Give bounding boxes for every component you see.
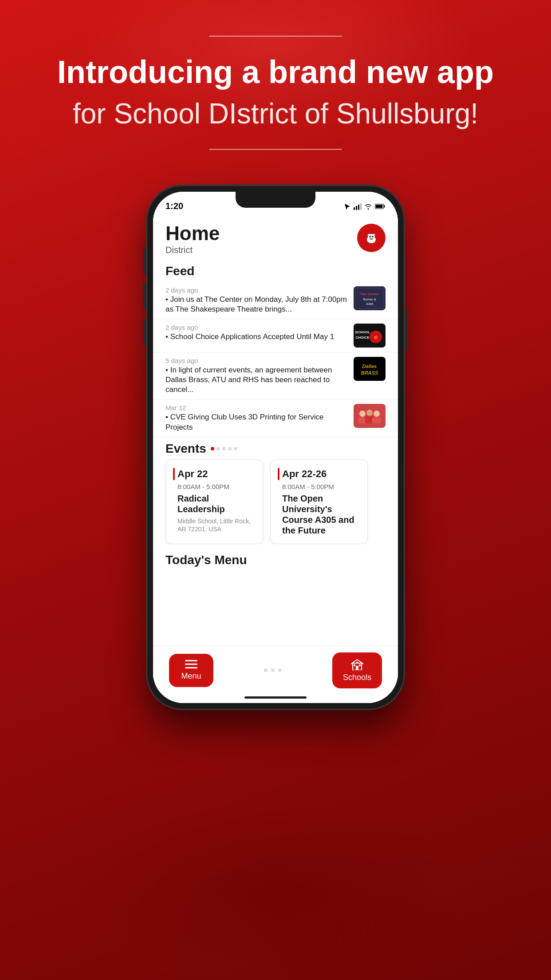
dot-4 [234,447,237,450]
feed-body: • Join us at The Center on Monday, July … [165,295,347,314]
svg-rect-37 [356,666,358,670]
app-header: Home District [153,215,398,261]
feed-thumbnail-cve [354,404,386,428]
feed-timestamp: 2 days ago [165,286,347,294]
svg-point-29 [374,411,380,417]
nav-dot-1 [264,668,268,672]
header-section: Introducing a brand new app for School D… [0,0,551,168]
event-card-2[interactable]: Apr 22-26 8:00AM - 5:00PM The Open Unive… [270,459,368,544]
event-date: Apr 22-26 [282,468,327,480]
svg-text:SCHOOL: SCHOOL [355,330,370,334]
svg-rect-33 [185,660,197,661]
event-date-bar [278,468,279,480]
svg-rect-38 [354,664,355,666]
feed-item-text: 2 days ago • School Choice Applications … [165,324,347,342]
header-subtitle: for School DIstrict of Shullsburg! [35,97,516,131]
event-name: Radical Leadership [177,493,256,514]
phone-outer-frame: 1:20 [147,186,404,709]
mascot-icon [362,228,381,248]
nav-dot-3 [278,668,282,672]
svg-point-40 [356,661,358,663]
feed-item[interactable]: 2 days ago • School Choice Applications … [153,319,398,352]
event-date-badge: Apr 22-26 [278,468,360,480]
schools-icon [351,659,363,670]
dot-2 [222,447,226,450]
nav-dot-2 [271,668,275,672]
divider-bottom [209,149,342,150]
feed-item[interactable]: 2 days ago • Join us at The Center on Mo… [153,282,398,319]
dot-3 [228,447,232,450]
phone-notch [236,192,315,208]
svg-text:The Center: The Center [360,292,379,296]
app-home-title: Home [165,224,220,243]
feed-item-text: 5 days ago • In light of current events,… [165,357,347,395]
dot-1 [216,447,220,450]
svg-rect-1 [356,206,357,210]
events-cards: Apr 22 8:00AM - 5:00PM Radical Leadershi… [153,459,398,544]
feed-thumbnail-dallas-brass: Dallas BRASS [354,357,386,381]
event-location: Middle School, Little Rock, AR 72201, US… [177,517,256,533]
bottom-spacer [153,699,398,703]
phone-screen: 1:20 [153,192,398,703]
svg-point-11 [372,236,374,237]
svg-rect-0 [354,207,355,210]
app-content: Home District [153,215,398,703]
divider-top [209,36,342,37]
todays-menu-section: Today's Menu [153,544,398,574]
feed-thumbnail-theatre: The Center Romeo & Juliet [354,286,386,310]
svg-text:BRASS: BRASS [361,370,378,375]
feed-item[interactable]: Mar 12 • CVE Giving Club Uses 3D Printin… [153,399,398,437]
menu-nav-button[interactable]: Menu [169,654,213,687]
events-dot-indicator [211,447,237,450]
status-time: 1:20 [165,201,183,211]
menu-icon [185,660,197,669]
event-date-badge: Apr 22 [173,468,256,480]
battery-icon [375,203,386,209]
status-icons [344,203,386,210]
feed-body: • In light of current events, an agreeme… [165,365,347,395]
bottom-nav: Menu [153,646,398,693]
nav-dots [213,668,332,672]
events-section-title: Events [165,442,206,456]
svg-text:Dallas: Dallas [362,364,377,369]
svg-rect-6 [376,205,383,208]
home-title-group: Home District [165,224,220,255]
svg-rect-34 [185,664,197,665]
svg-text:Romeo &: Romeo & [363,298,376,301]
svg-text:CHOICE: CHOICE [355,336,370,340]
wifi-icon [364,203,372,209]
schools-nav-label: Schools [343,673,371,682]
event-name: The Open University's Course A305 and th… [282,493,360,536]
event-date-bar [173,468,175,480]
svg-point-10 [369,236,371,237]
location-arrow-icon [344,203,351,210]
event-time: 8:00AM - 5:00PM [177,483,256,490]
feed-timestamp: 5 days ago [165,357,347,364]
schools-nav-button[interactable]: Schools [332,652,382,688]
svg-rect-23 [354,357,386,381]
svg-rect-35 [185,667,197,668]
svg-text:🍎: 🍎 [374,335,379,340]
spacer [153,574,398,646]
svg-rect-2 [358,205,359,210]
mascot-avatar[interactable] [357,224,386,252]
svg-rect-3 [360,203,362,210]
feed-body: • School Choice Applications Accepted Un… [165,332,347,342]
event-card-1[interactable]: Apr 22 8:00AM - 5:00PM Radical Leadershi… [165,459,263,544]
feed-item[interactable]: 5 days ago • In light of current events,… [153,352,398,399]
app-home-subtitle: District [165,245,220,255]
todays-menu-title: Today's Menu [165,549,386,571]
svg-point-28 [366,410,373,416]
feed-item-text: 2 days ago • Join us at The Center on Mo… [165,286,347,314]
menu-nav-label: Menu [181,672,201,681]
svg-rect-5 [384,205,385,207]
event-time: 8:00AM - 5:00PM [282,483,360,490]
feed-timestamp: Mar 12 [165,404,347,411]
header-title: Introducing a brand new app [35,55,516,90]
svg-rect-39 [359,664,361,666]
feed-section-title: Feed [153,261,398,282]
svg-text:Juliet: Juliet [366,302,373,305]
dot-active [211,447,214,450]
feed-item-text: Mar 12 • CVE Giving Club Uses 3D Printin… [165,404,347,432]
feed-body: • CVE Giving Club Uses 3D Printing for S… [165,412,347,432]
